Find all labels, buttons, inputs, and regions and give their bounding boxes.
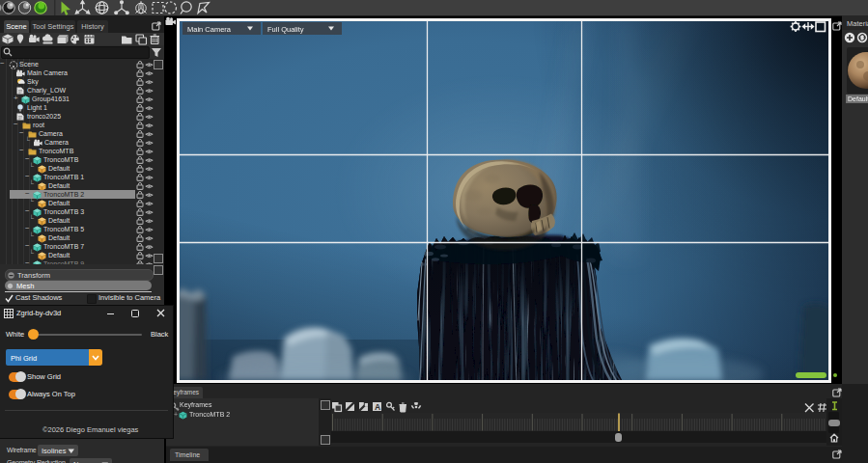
svg-text:Main Camera: Main Camera xyxy=(187,25,232,34)
svg-text:A: A xyxy=(375,402,380,412)
svg-text:Full Quality: Full Quality xyxy=(267,25,304,34)
